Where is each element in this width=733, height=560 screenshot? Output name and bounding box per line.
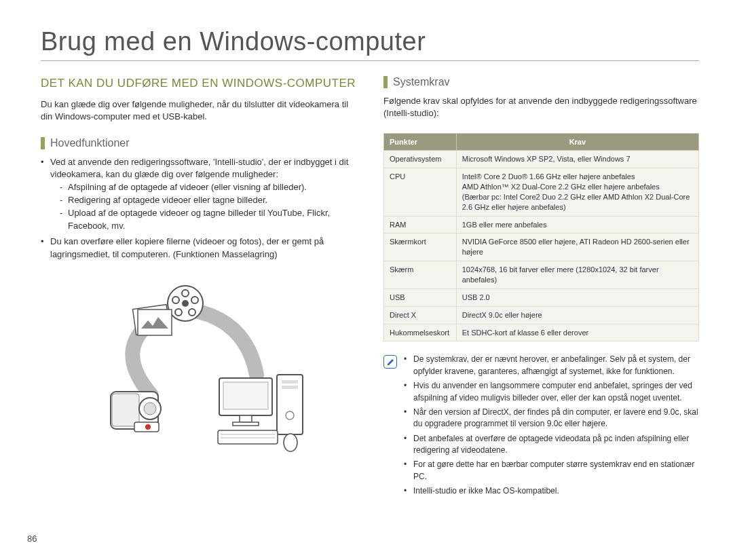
table-cell-key: Skærmkort	[384, 234, 457, 261]
table-cell-key: Hukommelseskort	[384, 324, 457, 341]
table-row: USBUSB 2.0	[384, 288, 699, 306]
list-item: For at gøre dette har en bærbar computer…	[404, 459, 699, 483]
table-row: Skærm1024x768, 16 bit farver eller mere …	[384, 261, 699, 289]
table-cell-key: Direct X	[384, 306, 457, 324]
table-cell-value: 1GB eller mere anbefales	[456, 216, 698, 234]
table-cell-key: Skærm	[384, 261, 457, 289]
list-item: De systemkrav, der er nævnt herover, er …	[404, 354, 699, 377]
table-cell-value: Intel® Core 2 Duo® 1.66 GHz eller højere…	[456, 168, 698, 216]
note-box: De systemkrav, der er nævnt herover, er …	[383, 354, 699, 500]
table-cell-value: NVIDIA GeForce 8500 eller højere, ATI Ra…	[456, 234, 698, 261]
svg-point-26	[284, 434, 297, 451]
svg-rect-10	[112, 394, 139, 426]
svg-rect-17	[240, 415, 252, 422]
left-intro-text: Du kan glæde dig over følgende mulighede…	[41, 98, 356, 123]
table-row: OperativsystemMicrosoft Windows XP SP2, …	[384, 151, 699, 168]
page-title: Brug med en Windows-computer	[41, 27, 699, 61]
subheading-hovedfunktioner: Hovedfunktioner	[41, 137, 356, 149]
requirements-table: Punkter Krav OperativsystemMicrosoft Win…	[383, 133, 699, 341]
table-cell-key: USB	[384, 288, 457, 306]
list-item: Ved at anvende den redigeringssoftware, …	[41, 156, 356, 233]
table-cell-key: RAM	[384, 216, 457, 234]
section-heading-left: DET KAN DU UDFØRE MED EN WINDOWS-COMPUTE…	[41, 76, 356, 90]
table-header-punkter: Punkter	[384, 134, 457, 151]
list-item: Intelli-studio er ikke Mac OS-kompatibel…	[404, 485, 699, 497]
right-column: Systemkrav Følgende krav skal opfyldes f…	[383, 76, 699, 500]
table-cell-value: Et SDHC-kort af klasse 6 eller derover	[456, 324, 698, 341]
table-header-krav: Krav	[456, 134, 698, 151]
table-row: RAM1GB eller mere anbefales	[384, 216, 699, 234]
list-item-label: Ved at anvende den redigeringssoftware, …	[50, 157, 348, 180]
table-cell-value: 1024x768, 16 bit farver eller mere (1280…	[456, 261, 698, 289]
sub-list: Afspilning af de optagede af videoer (el…	[50, 181, 356, 232]
table-cell-key: Operativsystem	[384, 151, 457, 168]
left-column: DET KAN DU UDFØRE MED EN WINDOWS-COMPUTE…	[41, 76, 356, 500]
sub-list-item: Redigering af optagede videoer eller tag…	[60, 194, 356, 207]
table-row: Direct XDirectX 9.0c eller højere	[384, 306, 699, 324]
svg-rect-21	[282, 386, 298, 389]
list-item: Du kan overføre eller kopiere filerne (v…	[41, 236, 356, 261]
svg-rect-18	[233, 422, 259, 426]
svg-rect-8	[138, 310, 172, 335]
svg-rect-16	[223, 382, 268, 409]
table-row: SkærmkortNVIDIA GeForce 8500 eller højer…	[384, 234, 699, 261]
table-row: HukommelseskortEt SDHC-kort af klasse 6 …	[384, 324, 699, 341]
svg-rect-19	[277, 375, 303, 434]
svg-point-1	[182, 300, 189, 307]
svg-rect-23	[218, 430, 278, 444]
svg-point-14	[145, 424, 151, 430]
list-item: Når den version af DirectX, der findes p…	[404, 407, 699, 430]
table-cell-value: DirectX 9.0c eller højere	[456, 306, 698, 324]
main-functions-list: Ved at anvende den redigeringssoftware, …	[41, 156, 356, 261]
sub-list-item: Afspilning af de optagede af videoer (el…	[60, 181, 356, 194]
illustration-camera-pc	[41, 280, 356, 456]
list-item: Hvis du anvender en langsommere computer…	[404, 380, 699, 404]
table-cell-key: CPU	[384, 168, 457, 216]
note-icon	[383, 355, 397, 369]
table-cell-value: Microsoft Windows XP SP2, Vista, eller W…	[456, 151, 698, 168]
page-number: 86	[27, 534, 37, 544]
right-intro-text: Følgende krav skal opfyldes for at anven…	[383, 95, 699, 119]
subheading-systemkrav: Systemkrav	[383, 76, 699, 88]
content-columns: DET KAN DU UDFØRE MED EN WINDOWS-COMPUTE…	[41, 76, 699, 500]
svg-rect-20	[282, 380, 298, 384]
svg-point-12	[144, 403, 156, 415]
list-item: Det anbefales at overføre de optagede vi…	[404, 433, 699, 457]
notes-list: De systemkrav, der er nævnt herover, er …	[404, 354, 699, 500]
table-cell-value: USB 2.0	[456, 288, 698, 306]
table-row: CPUIntel® Core 2 Duo® 1.66 GHz eller høj…	[384, 168, 699, 216]
sub-list-item: Upload af de optagede videoer og tagne b…	[60, 207, 356, 233]
